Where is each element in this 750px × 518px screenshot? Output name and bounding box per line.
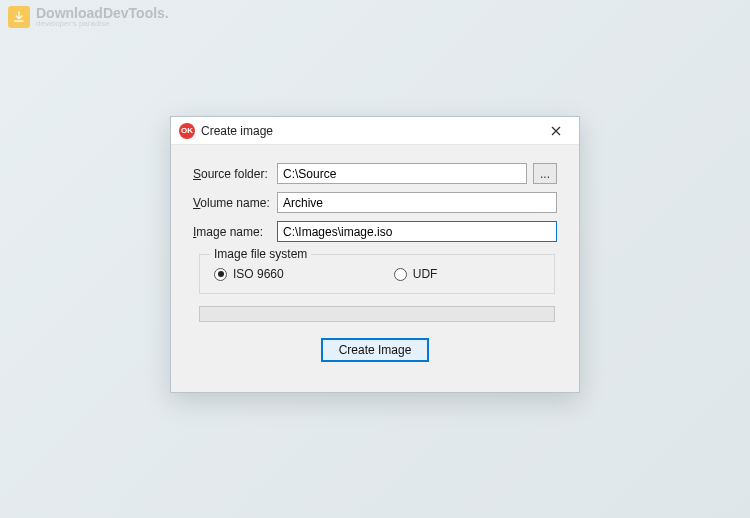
radio-iso9660[interactable]: ISO 9660	[214, 267, 284, 281]
create-image-button[interactable]: Create Image	[321, 338, 429, 362]
row-image-name: Image name:	[193, 221, 557, 242]
volume-name-input[interactable]	[277, 192, 557, 213]
watermark-logo-icon	[8, 6, 30, 28]
close-button[interactable]	[537, 117, 575, 145]
row-source-folder: Source folder: ...	[193, 163, 557, 184]
filesystem-group: Image file system ISO 9660 UDF	[199, 254, 555, 294]
dialog-window: OK Create image Source folder: ... Volum…	[170, 116, 580, 393]
label-volume-name: Volume name:	[193, 196, 277, 210]
filesystem-legend: Image file system	[210, 247, 311, 261]
close-icon	[551, 126, 561, 136]
row-volume-name: Volume name:	[193, 192, 557, 213]
source-folder-input[interactable]	[277, 163, 527, 184]
titlebar[interactable]: OK Create image	[171, 117, 579, 145]
progress-bar	[199, 306, 555, 322]
browse-source-button[interactable]: ...	[533, 163, 557, 184]
window-title: Create image	[201, 124, 273, 138]
label-image-name: Image name:	[193, 225, 277, 239]
radio-icon	[214, 268, 227, 281]
dialog-content: Source folder: ... Volume name: Image na…	[171, 145, 579, 392]
dialog-footer: Create Image	[193, 322, 557, 376]
watermark-subtitle: developer's paradise	[36, 20, 169, 28]
radio-icon	[394, 268, 407, 281]
image-name-input[interactable]	[277, 221, 557, 242]
label-source-folder: Source folder:	[193, 167, 277, 181]
watermark: DownloadDevTools. developer's paradise	[8, 6, 169, 28]
radio-udf[interactable]: UDF	[394, 267, 438, 281]
app-icon: OK	[179, 123, 195, 139]
